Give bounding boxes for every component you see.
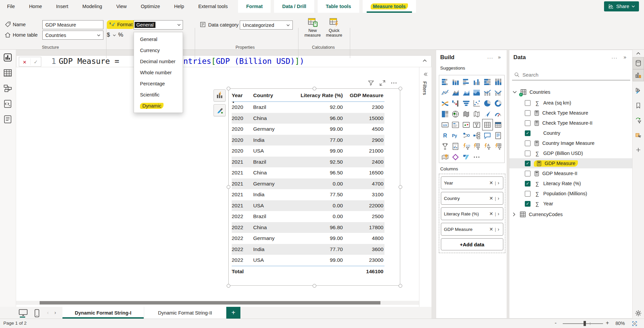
funnel-chart-icon[interactable] <box>461 98 471 109</box>
r-script-visual-icon[interactable]: R <box>440 130 450 141</box>
kpi-icon[interactable] <box>461 119 471 130</box>
azure-map-icon[interactable] <box>482 109 493 119</box>
format-combobox[interactable]: General <box>134 20 183 30</box>
table-row[interactable]: 2022USA99.0023000 <box>232 255 384 266</box>
resize-handle[interactable] <box>313 87 316 90</box>
field-checkbox[interactable] <box>525 120 531 126</box>
pie-chart-icon[interactable] <box>482 98 493 109</box>
resize-handle[interactable] <box>399 284 402 288</box>
more-visuals-icon[interactable] <box>472 152 482 162</box>
field-options-chevron-icon[interactable]: › <box>497 211 500 216</box>
remove-field-icon[interactable]: ✕ <box>488 227 494 232</box>
clustered-bar-chart-icon[interactable] <box>461 76 471 87</box>
waterfall-chart-icon[interactable] <box>451 98 461 109</box>
key-influencers-icon[interactable] <box>461 130 471 141</box>
line-and-clustered-column-chart-icon[interactable] <box>493 87 503 98</box>
table-view-icon[interactable] <box>3 69 13 78</box>
field-well-year[interactable]: Year✕|› <box>441 176 503 189</box>
table-row[interactable]: 2022Brazil0.002500 <box>232 211 384 222</box>
column-header-gdp-measure[interactable]: GDP Measure <box>344 92 384 98</box>
contextual-tab-format[interactable]: Format <box>238 0 271 13</box>
line-chart-icon[interactable] <box>440 87 450 98</box>
commit-formula-icon[interactable]: ✓ <box>30 58 41 65</box>
zoom-slider-thumb[interactable] <box>584 321 586 326</box>
home-table-select[interactable]: Countries <box>42 31 103 40</box>
ai-quick-measure-icon[interactable]: 123 <box>461 141 471 152</box>
field-well-literacy-rate[interactable]: Literacy Rate (%)✕|› <box>441 207 503 220</box>
field-checkbox[interactable]: ✓ <box>525 130 531 136</box>
ai-table-filter-icon[interactable] <box>493 141 503 152</box>
table-node-countries[interactable]: ✓ Countries <box>509 87 632 97</box>
resize-handle[interactable] <box>227 185 230 189</box>
quick-measure-button[interactable]: Quick measure <box>324 15 344 44</box>
data-pane-icon[interactable] <box>633 57 644 69</box>
menu-help[interactable]: Help <box>167 0 191 13</box>
field-checkbox[interactable] <box>525 140 531 146</box>
sync-slicers-pane-icon[interactable] <box>633 114 644 126</box>
menu-external-tools[interactable]: External tools <box>191 0 235 13</box>
field-item-literacy-rate[interactable]: ✓∑Literacy Rate (%) <box>509 178 632 189</box>
remove-field-icon[interactable]: ✕ <box>488 196 494 201</box>
contextual-tab-measure-tools[interactable]: Measure tools <box>363 0 416 13</box>
table-row[interactable]: 2020India77.002900 <box>232 135 384 146</box>
multi-row-card-icon[interactable] <box>451 119 461 130</box>
field-item-gdp-billion-usd[interactable]: ∑GDP (Billion USD) <box>509 148 632 158</box>
focus-mode-icon[interactable] <box>379 79 387 87</box>
resize-handle[interactable] <box>399 185 402 189</box>
menu-insert[interactable]: Insert <box>49 0 75 13</box>
desktop-layout-icon[interactable] <box>18 309 28 318</box>
donut-chart-icon[interactable] <box>493 98 503 109</box>
model-view-icon[interactable] <box>3 84 13 93</box>
stacked-bar-chart-icon[interactable] <box>440 76 450 87</box>
field-item-country[interactable]: ✓Country <box>509 128 632 138</box>
field-well-country[interactable]: Country✕|› <box>441 192 503 205</box>
format-option-currency[interactable]: Currency <box>134 45 183 56</box>
stacked-column-chart-icon[interactable] <box>451 76 461 87</box>
metrics-icon[interactable] <box>440 141 450 152</box>
table-row[interactable]: 2022Germany99.004800 <box>232 233 384 244</box>
field-item-gdp-measure-ii[interactable]: GDP Measure-II <box>509 168 632 178</box>
format-option-whole-number[interactable]: Whole number <box>134 67 183 78</box>
python-visual-icon[interactable]: Py <box>451 130 461 141</box>
format-option-decimal-number[interactable]: Decimal number <box>134 56 183 67</box>
zoom-slider-track[interactable] <box>563 323 603 324</box>
contextual-tab-data-drill[interactable]: Data / Drill <box>274 0 314 13</box>
visual-filter-icon[interactable] <box>367 79 375 87</box>
power-apps-icon[interactable] <box>451 152 461 162</box>
resize-handle[interactable] <box>399 87 402 90</box>
clustered-column-chart-icon[interactable] <box>472 76 482 87</box>
chevron-down-icon[interactable] <box>513 91 517 93</box>
field-item-check-type-measure-ii[interactable]: Check Type Measure-II <box>509 118 632 128</box>
percent-format-button[interactable]: % <box>118 32 123 38</box>
scrollbar-thumb[interactable] <box>40 301 380 304</box>
resize-handle[interactable] <box>227 87 230 90</box>
table-row[interactable]: 2021India77.503100 <box>232 189 384 200</box>
field-item-area-sq-km[interactable]: ∑Area (sq km) <box>509 98 632 108</box>
more-options-icon[interactable] <box>390 79 398 87</box>
build-more-options-icon[interactable]: ··· <box>487 55 493 60</box>
treemap-icon[interactable] <box>440 109 450 119</box>
matrix-icon[interactable] <box>493 119 503 130</box>
table-row[interactable]: 2022China96.8017800 <box>232 222 384 233</box>
stacked-area-chart-icon[interactable] <box>461 87 471 98</box>
share-button[interactable]: Share <box>604 1 639 11</box>
data-category-select[interactable]: Uncategorized <box>240 20 293 30</box>
canvas-horizontal-scrollbar[interactable] <box>16 301 419 305</box>
bookmarks-pane-icon[interactable] <box>633 99 644 112</box>
field-checkbox[interactable] <box>525 151 531 156</box>
build-pane-icon[interactable] <box>633 69 644 81</box>
card-icon[interactable]: 123 <box>440 119 450 130</box>
page-tab-dynamic-format-string-i[interactable]: Dynamic Format String-I <box>62 307 144 319</box>
table-row[interactable]: 2020Brazil92.002300 <box>232 102 384 113</box>
field-checkbox[interactable]: ✓ <box>525 201 531 207</box>
fit-to-page-icon[interactable] <box>632 321 638 327</box>
page-tab-dynamic-format-string-ii[interactable]: Dynamic Format String-II <box>144 307 226 319</box>
dax-query-view-icon[interactable] <box>3 99 13 109</box>
remove-field-icon[interactable]: ✕ <box>488 180 494 186</box>
format-option-percentage[interactable]: Percentage <box>134 78 183 89</box>
report-canvas[interactable]: Year▲CountryLiteracy Rate (%)GDP Measure… <box>16 67 419 307</box>
data-collapse-icon[interactable]: » <box>624 54 626 60</box>
menu-home[interactable]: Home <box>22 0 49 13</box>
power-automate-icon[interactable] <box>461 152 471 162</box>
table-row[interactable]: 2021Germany0.004700 <box>232 178 384 190</box>
